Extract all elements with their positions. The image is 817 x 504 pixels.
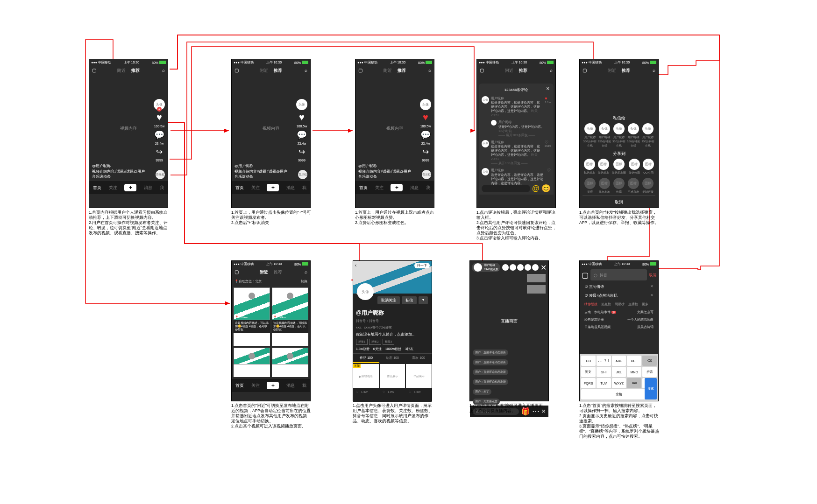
share-sheet: 私信给 头像用户昵称350分钟前在线 头像用户昵称350分钟前在线 头像用户昵称…	[580, 111, 658, 208]
nearby-grid: 📍0.00km这是视频内容描述，可以添加😊#话题 #话题，还可以@好友 📍0.0…	[232, 286, 310, 379]
video-viewport[interactable]: 视频内容 头像+ ♥100.5w 💬23.4w ↪9999 @用户昵称 视频介绍…	[89, 76, 168, 181]
caption-8: 1.点击首页的"直播"按钮可进入直播页面，上下滑动切换直播内容。	[469, 403, 551, 413]
comments-modal: 123456条评论 ✕ 头像 用户昵称这是评论内容，这是评论内容，这是评论内容，…	[479, 84, 554, 195]
nav-follow[interactable]: 关注	[109, 185, 117, 191]
like-icon-active[interactable]: ♥	[423, 112, 428, 123]
caption-3: 1.首页上，用户通过在视频上双击或者点击心形图标对视频点赞。 2.点赞后心形图标…	[355, 210, 437, 225]
like-icon[interactable]: ♥	[156, 112, 162, 123]
music-disc[interactable]: 音乐框	[156, 170, 165, 179]
key[interactable]: 123	[581, 356, 596, 366]
share-icon[interactable]: ↪	[156, 147, 163, 157]
screen-profile: ‹ ⋯ 抖一下 头像 取消关注私信▾ @用户昵称 抖音号：抖音号 xxx、xxx…	[353, 260, 432, 401]
streamer-avatar[interactable]	[474, 263, 482, 272]
follow-button[interactable]: 取消关注	[377, 296, 400, 304]
comments-count: 123456条评论	[482, 86, 551, 93]
tab-likes[interactable]: 喜欢 100	[405, 354, 432, 363]
nav-home[interactable]: 首页	[93, 185, 101, 191]
work-item[interactable]: 作品展示	[380, 364, 405, 388]
keyboard: 123 ，。？！ ABC DEF ⌫ 英文 GHI JKL MNO 搜索 拼音 …	[580, 354, 658, 401]
tab-recommend[interactable]: 推荐	[131, 68, 140, 74]
nav-messages[interactable]: 消息	[144, 185, 152, 191]
nav-me[interactable]: 我	[160, 185, 164, 191]
search-icon[interactable]: ⌕	[162, 68, 165, 73]
comment-icon[interactable]: 💬	[297, 130, 307, 140]
author-avatar[interactable]: 头像+	[154, 99, 165, 110]
caption-6: 1.点击首页的"附近"可切换至发布地点在附近的视频，APP会自动定位当前所在的位…	[231, 403, 313, 429]
caption-2: 1.首页上，用户通过点击头像位置的"+"号可关注该视频发布者。 2.点击后"+"…	[231, 210, 313, 225]
screen-nearby: ●●● 中国移动上午 10:3080% ▢附近推荐⌕ 📍自动定位：北京切换 📍0…	[231, 260, 311, 401]
live-viewport[interactable]: 直播画面	[470, 295, 548, 347]
screen-search: ●●● 中国移动上午 10:3080% ▢ ⌕抖音 取消 ⏱ 三句情诗✕ ⏱ 凌…	[579, 260, 659, 401]
screen-live: 用户昵称6345观众数 ✕ 直播画面 用户：直播评论动态刷新 用户：直播评论动态…	[469, 260, 549, 401]
profile-avatar[interactable]: 头像	[357, 283, 374, 300]
tab-works[interactable]: 作品 100	[353, 354, 379, 363]
share-friends-row: 头像用户昵称350分钟前在线 头像用户昵称350分钟前在线 头像用户昵称350分…	[583, 122, 655, 149]
bottom-nav: 首页 关注 + 消息 我	[89, 181, 168, 194]
message-button[interactable]: 私信	[402, 296, 417, 304]
keyboard-icon[interactable]: ⌨	[627, 378, 641, 388]
work-item[interactable]: 作品展示	[406, 364, 432, 388]
share-icon[interactable]: ↪	[298, 147, 305, 157]
like-icon[interactable]: ♥	[299, 112, 305, 123]
history-item[interactable]: ⏱ 三句情诗✕	[580, 282, 658, 291]
live-icon[interactable]: ▢	[92, 68, 96, 73]
tab-nearby[interactable]: 附近	[117, 68, 126, 74]
caption-5: 1.点击首页的"转发"按钮弹出我选择弹窗，可以选择私信给抖音好友、分享其他社交A…	[579, 210, 661, 225]
author-name[interactable]: @用户昵称	[92, 163, 145, 168]
caption-4: 1.点击评论按钮后，弹出评论详情框和评论输入框。 2.点击其他用户评论可快速回复…	[476, 210, 558, 241]
caption-7: 1.点击用户头像可进入用户详情页面，展示用户基本信息、获赞数、关注数、粉丝数、抖…	[353, 403, 434, 424]
nav-create[interactable]: +	[124, 184, 136, 191]
work-item[interactable]: 置顶▶ 购物视店	[353, 364, 379, 388]
comment-item[interactable]: 头像 用户昵称这是评论内容，这是评论内容，这是评论内容，这是评论内容，这是评论内…	[482, 96, 551, 117]
expand-button[interactable]: ▾	[419, 296, 428, 304]
comment-like-icon[interactable]: ♥	[545, 96, 551, 101]
live-header: 用户昵称6345观众数 ✕	[470, 261, 548, 274]
delete-icon[interactable]: ✕	[650, 293, 654, 298]
video-content-label: 视频内容	[120, 126, 137, 132]
caption-9: 1.点击"首页"的搜索按钮跳转至搜索页面，可以操作扫一扫、输入搜索内容。 2.页…	[579, 403, 661, 439]
emoji-icon[interactable]: 😊	[541, 184, 551, 193]
tab-activity[interactable]: 动态 100	[379, 354, 405, 363]
shake-button[interactable]: 抖一下	[414, 263, 430, 268]
cancel-button[interactable]: 取消	[583, 195, 655, 209]
caption-1: 1.首页内容根据用户个人观看习惯由系统自动推荐，上下滑动可切换视频内容。 2.用…	[89, 210, 171, 236]
screen-home-followed: ●●● 中国移动上午 10:3080% ▢附近推荐⌕ 视频内容 头像 ♥100.…	[231, 59, 311, 208]
search-category-tabs: 猜你想搜 热点榜 明星榜 直播榜 更多	[580, 300, 658, 308]
cancel-button[interactable]: 取消	[649, 273, 656, 278]
close-icon[interactable]: ✕	[546, 86, 550, 91]
screen-home-default: ●●● 中国移动上午 10:3080% ▢ 附近 推荐 ⌕ 视频内容 头像+ ♥…	[89, 59, 168, 208]
location-row[interactable]: 📍自动定位：北京切换	[232, 277, 310, 286]
key-search[interactable]: 搜索	[645, 378, 657, 399]
comment-input[interactable]	[482, 185, 530, 192]
side-actions: 头像+ ♥100.5w 💬23.4w ↪9999	[154, 99, 165, 162]
scan-icon[interactable]: ▢	[582, 271, 589, 280]
top-tabs: ▢ 附近 推荐 ⌕	[89, 66, 168, 76]
at-icon[interactable]: @	[532, 184, 540, 193]
live-chat: 用户：直播评论动态刷新 用户：直播评论动态刷新 用户：直播评论动态刷新 用户：直…	[470, 347, 548, 406]
screen-home-liked: ●●● 中国移动上午 10:3080% ▢附近推荐⌕ 视频内容 头像 ♥100.…	[355, 59, 434, 208]
nearby-card[interactable]: 📍0.00km这是视频内容描述，可以添加😊#话题 #话题，还可以@好友	[272, 287, 308, 346]
search-input[interactable]: ⌕抖音	[590, 269, 647, 280]
follow-plus-icon[interactable]: +	[157, 107, 162, 112]
nearby-card[interactable]	[272, 348, 308, 377]
screen-share: ●●● 中国移动上午 10:3080% ▢附近推荐⌕ 私信给 头像用户昵称350…	[579, 59, 659, 208]
video-meta: @用户昵称 视频介绍内容#话题#话题@用户 音乐滚动条	[92, 163, 145, 179]
history-item[interactable]: ⏱ 凌晨4点的洛杉矶✕	[580, 291, 658, 300]
comment-icon[interactable]: 💬	[154, 130, 164, 140]
nearby-card[interactable]: 📍0.00km这是视频内容描述，可以添加😊#话题 #话题，还可以@好友	[234, 287, 270, 346]
delete-icon[interactable]: ✕	[650, 284, 654, 289]
screen-comments: ●●● 中国移动上午 10:3080% ▢附近推荐⌕ 123456条评论 ✕ 头…	[476, 59, 556, 208]
author-avatar[interactable]: 头像	[296, 99, 307, 110]
status-bar: ●●● 中国移动上午 10:3080%	[89, 59, 168, 66]
close-icon[interactable]: ✕	[540, 263, 547, 272]
nearby-card[interactable]	[234, 348, 270, 377]
